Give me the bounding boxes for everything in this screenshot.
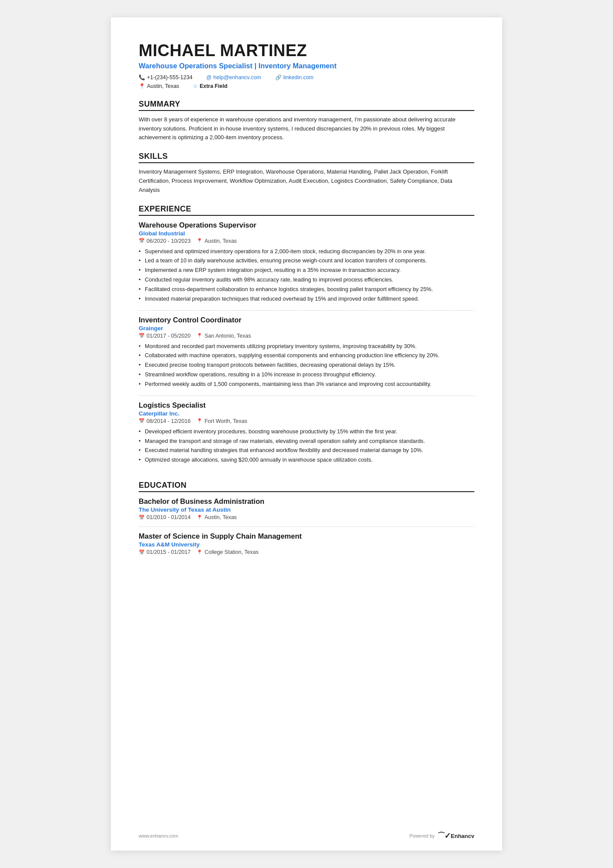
pin-icon-0: 📍 bbox=[197, 238, 203, 244]
job-dates-text-0: 06/2020 - 10/2023 bbox=[147, 238, 190, 244]
job-location-text-1: San Antonio, Texas bbox=[204, 333, 251, 339]
job-bullets-0: Supervised and optimized inventory opera… bbox=[139, 247, 474, 303]
job-item-1: Inventory Control Coordinator Grainger 📅… bbox=[139, 316, 474, 396]
edu-degree-0: Bachelor of Business Administration bbox=[139, 497, 474, 506]
edu-degree-1: Master of Science in Supply Chain Manage… bbox=[139, 532, 474, 540]
candidate-name: MICHAEL MARTINEZ bbox=[139, 42, 474, 60]
phone-item: 📞 +1-(234)-555-1234 bbox=[139, 74, 193, 80]
bullet-0-5: Innovated material preparation technique… bbox=[139, 295, 474, 303]
bullet-0-1: Led a team of 10 in daily warehouse acti… bbox=[139, 256, 474, 265]
job-dates-1: 📅 01/2017 - 05/2020 bbox=[139, 333, 190, 339]
job-dates-0: 📅 06/2020 - 10/2023 bbox=[139, 238, 190, 244]
job-title-0: Warehouse Operations Supervisor bbox=[139, 221, 474, 229]
job-dates-text-1: 01/2017 - 05/2020 bbox=[147, 333, 190, 339]
job-location-0: 📍 Austin, Texas bbox=[197, 238, 237, 244]
job-bullets-2: Developed efficient inventory procedures… bbox=[139, 427, 474, 464]
phone-icon: 📞 bbox=[139, 74, 145, 80]
email-address[interactable]: help@enhancv.com bbox=[213, 74, 261, 80]
calendar-icon-0: 📅 bbox=[139, 238, 145, 244]
job-meta-1: 📅 01/2017 - 05/2020 📍 San Antonio, Texas bbox=[139, 333, 474, 339]
footer-brand: Powered by ⌒✓ Enhancv bbox=[410, 831, 474, 841]
footer-website: www.enhancv.com bbox=[139, 833, 178, 838]
email-item: @ help@enhancv.com bbox=[207, 74, 261, 80]
edu-location-text-1: College Station, Texas bbox=[204, 549, 258, 555]
edu-dates-text-1: 01/2015 - 01/2017 bbox=[147, 549, 190, 555]
candidate-title: Warehouse Operations Specialist | Invent… bbox=[139, 62, 474, 70]
calendar-icon-1: 📅 bbox=[139, 333, 145, 338]
phone-number: +1-(234)-555-1234 bbox=[147, 74, 193, 80]
bullet-0-0: Supervised and optimized inventory opera… bbox=[139, 247, 474, 256]
job-location-text-0: Austin, Texas bbox=[204, 238, 237, 244]
location-icon: 📍 bbox=[139, 83, 145, 89]
job-location-text-2: Fort Worth, Texas bbox=[204, 418, 247, 424]
website-link[interactable]: linkedin.com bbox=[283, 74, 313, 80]
experience-section: EXPERIENCE Warehouse Operations Supervis… bbox=[139, 204, 474, 471]
edu-school-0: The University of Texas at Austin bbox=[139, 506, 474, 513]
header: MICHAEL MARTINEZ Warehouse Operations Sp… bbox=[139, 42, 474, 90]
summary-text: With over 8 years of experience in wareh… bbox=[139, 115, 474, 142]
bullet-1-4: Performed weekly audits of 1,500 compone… bbox=[139, 380, 474, 389]
job-dates-2: 📅 08/2014 - 12/2016 bbox=[139, 418, 190, 424]
logo-icon: ⌒✓ bbox=[437, 831, 450, 841]
job-title-2: Logistics Specialist bbox=[139, 401, 474, 409]
job-meta-2: 📅 08/2014 - 12/2016 📍 Fort Worth, Texas bbox=[139, 418, 474, 424]
location-text: Austin, Texas bbox=[147, 83, 179, 89]
location-item: 📍 Austin, Texas bbox=[139, 83, 179, 89]
bullet-1-0: Monitored and recorded part movements ut… bbox=[139, 342, 474, 351]
email-icon: @ bbox=[207, 74, 212, 80]
resume-page: MICHAEL MARTINEZ Warehouse Operations Sp… bbox=[111, 17, 502, 851]
enhancv-logo: ⌒✓ Enhancv bbox=[437, 831, 474, 841]
brand-name: Enhancv bbox=[451, 833, 474, 839]
edu-location-0: 📍 Austin, Texas bbox=[197, 514, 237, 520]
skills-text: Inventory Management Systems, ERP Integr… bbox=[139, 168, 474, 194]
bullet-2-0: Developed efficient inventory procedures… bbox=[139, 427, 474, 436]
edu-dates-0: 📅 01/2010 - 01/2014 bbox=[139, 514, 190, 520]
bullet-0-3: Conducted regular inventory audits with … bbox=[139, 275, 474, 284]
edu-meta-1: 📅 01/2015 - 01/2017 📍 College Station, T… bbox=[139, 549, 474, 555]
calendar-icon-2: 📅 bbox=[139, 418, 145, 424]
link-icon: 🔗 bbox=[275, 74, 282, 80]
job-title-1: Inventory Control Coordinator bbox=[139, 316, 474, 324]
powered-by-text: Powered by bbox=[410, 833, 435, 838]
edu-dates-text-0: 01/2010 - 01/2014 bbox=[147, 514, 190, 520]
edu-dates-1: 📅 01/2015 - 01/2017 bbox=[139, 549, 190, 555]
edu-item-0: Bachelor of Business Administration The … bbox=[139, 497, 474, 527]
job-company-0: Global Industrial bbox=[139, 230, 474, 237]
contact-row: 📞 +1-(234)-555-1234 @ help@enhancv.com 🔗… bbox=[139, 74, 474, 81]
website-item: 🔗 linkedin.com bbox=[275, 74, 313, 80]
extra-field-item: ☆ Extra Field bbox=[193, 83, 227, 89]
job-company-1: Grainger bbox=[139, 325, 474, 332]
skills-title: SKILLS bbox=[139, 152, 474, 163]
job-item-2: Logistics Specialist Caterpillar Inc. 📅 … bbox=[139, 401, 474, 471]
summary-section: SUMMARY With over 8 years of experience … bbox=[139, 100, 474, 142]
summary-title: SUMMARY bbox=[139, 100, 474, 111]
page-footer: www.enhancv.com Powered by ⌒✓ Enhancv bbox=[139, 831, 474, 841]
bullet-1-2: Executed precise tooling transport proto… bbox=[139, 361, 474, 369]
bullet-2-2: Executed material handling strategies th… bbox=[139, 446, 474, 455]
education-title: EDUCATION bbox=[139, 481, 474, 492]
bullet-1-1: Collaborated with machine operators, sup… bbox=[139, 351, 474, 360]
edu-meta-0: 📅 01/2010 - 01/2014 📍 Austin, Texas bbox=[139, 514, 474, 520]
experience-title: EXPERIENCE bbox=[139, 204, 474, 216]
bullet-0-4: Facilitated cross-department collaborati… bbox=[139, 285, 474, 294]
job-location-2: 📍 Fort Worth, Texas bbox=[197, 418, 247, 424]
pin-icon-1: 📍 bbox=[197, 333, 203, 338]
edu-calendar-icon-1: 📅 bbox=[139, 550, 145, 555]
edu-item-1: Master of Science in Supply Chain Manage… bbox=[139, 532, 474, 561]
edu-school-1: Texas A&M University bbox=[139, 541, 474, 548]
edu-location-text-0: Austin, Texas bbox=[204, 514, 237, 520]
bullet-1-3: Streamlined workflow operations, resulti… bbox=[139, 370, 474, 379]
edu-calendar-icon-0: 📅 bbox=[139, 515, 145, 520]
job-location-1: 📍 San Antonio, Texas bbox=[197, 333, 251, 339]
bullet-2-3: Optimized storage allocations, saving $2… bbox=[139, 456, 474, 464]
edu-pin-icon-1: 📍 bbox=[197, 550, 203, 555]
pin-icon-2: 📍 bbox=[197, 418, 203, 424]
bullet-2-1: Managed the transport and storage of raw… bbox=[139, 437, 474, 446]
job-meta-0: 📅 06/2020 - 10/2023 📍 Austin, Texas bbox=[139, 238, 474, 244]
edu-pin-icon-0: 📍 bbox=[197, 515, 203, 520]
contact-row-2: 📍 Austin, Texas ☆ Extra Field bbox=[139, 83, 474, 90]
job-company-2: Caterpillar Inc. bbox=[139, 410, 474, 417]
edu-location-1: 📍 College Station, Texas bbox=[197, 549, 258, 555]
job-item-0: Warehouse Operations Supervisor Global I… bbox=[139, 221, 474, 311]
star-icon: ☆ bbox=[193, 83, 198, 89]
